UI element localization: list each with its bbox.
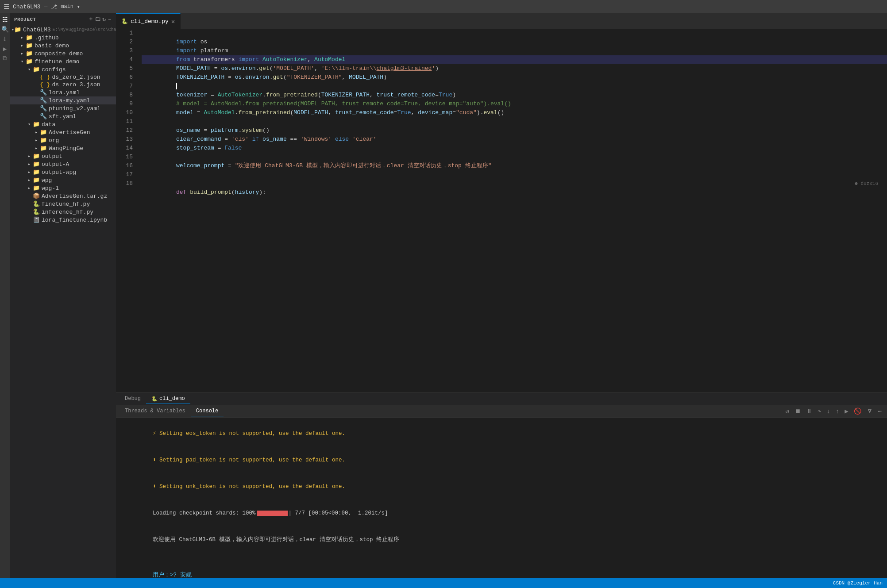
tree-item-inference-hf-py[interactable]: 🐍 inference_hf.py <box>10 208 116 216</box>
tree-item-org[interactable]: ▸ 📁 org <box>10 136 116 144</box>
extensions-icon[interactable]: ⧉ <box>0 54 9 63</box>
activity-bar: ☵ 🔍 ⤓ ▶ ⧉ <box>0 13 10 578</box>
new-file-icon[interactable]: + <box>89 16 93 23</box>
sidebar: Project + 🗀 ↻ – ▾ 📁 ChatGLM3 E:\MyHuggin… <box>10 13 116 578</box>
console-line-user-prompt: 用户：>? 安妮 <box>120 562 883 578</box>
explorer-icon[interactable]: ☵ <box>0 15 9 24</box>
clear-icon[interactable]: 🚫 <box>852 407 863 416</box>
tree-item-output[interactable]: ▸ 📁 output <box>10 152 116 160</box>
console-line-loading: Loading checkpoint shards: 100%| 7/7 [00… <box>120 500 883 527</box>
tree-item-basic-demo[interactable]: ▸ 📁 basic_demo <box>10 42 116 50</box>
tree-arrow: ▸ <box>33 138 40 143</box>
tree-item-wpg-1[interactable]: ▸ 📁 wpg-1 <box>10 184 116 192</box>
code-content[interactable]: import os import platform from transform… <box>137 29 887 392</box>
code-line-1: import os <box>142 29 887 38</box>
stop-icon[interactable]: ⏹ <box>793 407 802 416</box>
restart-icon[interactable]: ↺ <box>783 407 791 416</box>
tree-item-advertisegen[interactable]: ▸ 📁 AdvertiseGen <box>10 128 116 136</box>
step-over-icon[interactable]: ↷ <box>816 407 823 416</box>
tree-item-ds-zero-3[interactable]: { } ds_zero_3.json <box>10 81 116 88</box>
editor-area: 🐍 cli_demo.py ✕ 12345 678910 1112131415 … <box>116 13 887 578</box>
folder-icon: 📁 <box>33 161 40 168</box>
tree-item-composite-demo[interactable]: ▸ 📁 composite_demo <box>10 50 116 58</box>
code-line-11: os_name = platform.system() <box>142 117 887 126</box>
filter-icon[interactable]: ⛛ <box>865 407 875 416</box>
yaml-icon: 🔧 <box>40 97 47 104</box>
step-out-icon[interactable]: ↑ <box>834 407 841 416</box>
bottom-panel: Debug 🐍 cli_demo Threads & Variables Con… <box>116 392 887 578</box>
tree-item-chatglm3[interactable]: ▾ 📁 ChatGLM3 E:\MyHuggingFace\src\ChatGL… <box>10 26 116 34</box>
folder-icon: 📁 <box>40 145 47 152</box>
tree-arrow: ▾ <box>26 122 33 127</box>
tree-item-advertisegen-tar[interactable]: 📦 AdvertiseGen.tar.gz <box>10 192 116 200</box>
code-line-18: def build_prompt(history): ⚈ duzx16 <box>142 179 887 188</box>
tab-cli-demo[interactable]: 🐍 cli_demo <box>146 394 190 404</box>
refresh-icon[interactable]: ↻ <box>102 16 106 23</box>
tree-item-output-wpg[interactable]: ▸ 📁 output-wpg <box>10 168 116 176</box>
tree-item-lora-my-yaml[interactable]: 🔧 lora-my.yaml <box>10 96 116 104</box>
search-icon[interactable]: 🔍 <box>0 25 9 34</box>
folder-icon: 📁 <box>33 66 40 73</box>
debug-tab-bar: Debug 🐍 cli_demo <box>116 393 887 405</box>
tab-threads-variables[interactable]: Threads & Variables <box>120 406 191 416</box>
tab-label: cli_demo.py <box>131 18 169 25</box>
branch-arrow: ▾ <box>77 4 80 10</box>
folder-icon: 📁 <box>26 50 33 57</box>
tab-console[interactable]: Console <box>191 406 224 416</box>
yaml-icon: 🔧 <box>40 89 47 96</box>
folder-icon: 📁 <box>33 169 40 176</box>
step-into-icon[interactable]: ↓ <box>825 407 832 416</box>
py-icon: 🐍 <box>33 208 40 215</box>
tree-item-ptuning-yaml[interactable]: 🔧 ptuning_v2.yaml <box>10 104 116 112</box>
tree-item-configs[interactable]: ▾ 📁 configs <box>10 65 116 73</box>
status-text: CSDN @Ziegler Han <box>833 580 883 586</box>
git-icon[interactable]: ⤓ <box>0 35 9 43</box>
code-line-15: welcome_prompt = "欢迎使用 ChatGLM3-6B 模型，输入… <box>142 153 887 161</box>
tree-arrow: ▸ <box>26 154 33 159</box>
console-line-pad: ⬆ Setting pad_token is not supported, us… <box>120 447 883 473</box>
folder-icon: 📁 <box>33 177 40 184</box>
sidebar-header-icons: + 🗀 ↻ – <box>89 16 112 23</box>
folder-icon: 📁 <box>40 137 47 144</box>
more-icon[interactable]: ⋯ <box>876 407 883 416</box>
tree-arrow: ▸ <box>26 185 33 191</box>
yaml-icon: 🔧 <box>40 113 47 120</box>
folder-icon: 📁 <box>26 42 33 49</box>
debug-icon[interactable]: ▶ <box>0 44 9 53</box>
tree-item-wangpingge[interactable]: ▸ 📁 WangPingGe <box>10 144 116 152</box>
code-line-14 <box>142 144 887 153</box>
hamburger-icon[interactable]: ☰ <box>4 3 9 11</box>
tree-arrow: ▸ <box>19 51 26 56</box>
new-folder-icon[interactable]: 🗀 <box>95 16 101 23</box>
tree-item-data[interactable]: ▾ 📁 data <box>10 120 116 128</box>
console-line-eos: ⚡ Setting eos_token is not supported, us… <box>120 420 883 447</box>
sidebar-title: Project <box>14 17 36 22</box>
tree-item-sft-yaml[interactable]: 🔧 sft.yaml <box>10 112 116 120</box>
tree-item-lora-yaml[interactable]: 🔧 lora.yaml <box>10 88 116 96</box>
tree-item-output-a[interactable]: ▸ 📁 output-A <box>10 160 116 168</box>
console-output[interactable]: ⚡ Setting eos_token is not supported, us… <box>116 418 887 578</box>
sidebar-header: Project + 🗀 ↻ – <box>10 13 116 26</box>
continue-icon[interactable]: ▶ <box>843 407 850 416</box>
line-numbers: 12345 678910 1112131415 161718 <box>116 29 137 392</box>
tab-close-button[interactable]: ✕ <box>171 18 175 25</box>
pause-icon[interactable]: ⏸ <box>804 407 814 416</box>
branch-icon: ⎇ <box>51 4 57 10</box>
py-icon: 🐍 <box>33 200 40 208</box>
tree-item-finetune-demo[interactable]: ▾ 📁 finetune_demo <box>10 58 116 65</box>
tab-cli-demo-py[interactable]: 🐍 cli_demo.py ✕ <box>116 13 181 29</box>
tab-debug[interactable]: Debug <box>120 394 146 404</box>
tree-item-lora-finetune-ipynb[interactable]: 📓 lora_finetune.ipynb <box>10 216 116 224</box>
json-icon: { } <box>40 74 50 81</box>
tree-item-github[interactable]: ▸ 📁 .github <box>10 34 116 42</box>
tree-arrow: ▸ <box>33 146 40 151</box>
console-tab-bar: Threads & Variables Console ↺ ⏹ ⏸ ↷ ↓ ↑ … <box>116 405 887 418</box>
branch-name[interactable]: main <box>61 4 73 10</box>
collapse-all-icon[interactable]: – <box>108 16 112 23</box>
tree-item-finetune-hf-py[interactable]: 🐍 finetune_hf.py <box>10 200 116 208</box>
console-toolbar: ↺ ⏹ ⏸ ↷ ↓ ↑ ▶ 🚫 ⛛ ⋯ <box>783 407 883 416</box>
tree-item-wpg[interactable]: ▸ 📁 wpg <box>10 176 116 184</box>
folder-icon: 📁 <box>26 58 33 65</box>
tree-item-ds-zero-2[interactable]: { } ds_zero_2.json <box>10 73 116 81</box>
folder-icon: 📁 <box>40 129 47 136</box>
